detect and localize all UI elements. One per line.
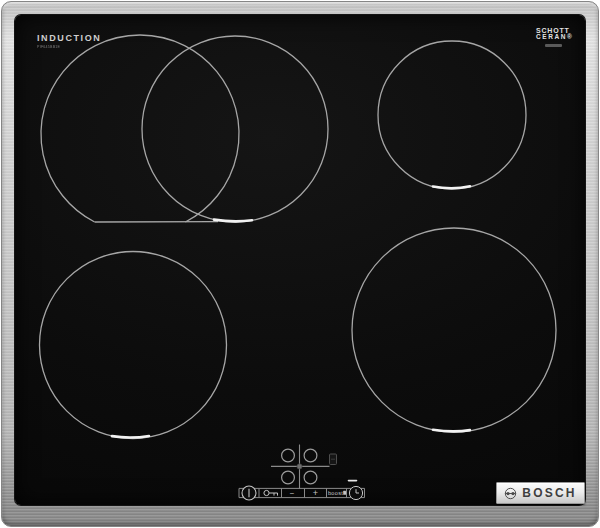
- timer-button[interactable]: [349, 486, 362, 499]
- induction-hob: − + boost INDUCTION PIF645BB1E SCHOTT CE…: [0, 0, 600, 528]
- zone-ring: [40, 252, 227, 439]
- model-number: PIF645BB1E: [37, 45, 76, 49]
- zone-ring: [378, 41, 526, 189]
- type-print: INDUCTION PIF645BB1E: [37, 33, 101, 51]
- boost-indicator: [343, 491, 346, 495]
- plus-label: +: [313, 488, 318, 498]
- selector-center-knob: [297, 464, 302, 469]
- burner-selector-diagram: [271, 445, 330, 489]
- power-button[interactable]: [242, 486, 256, 500]
- selector-zone-front-right: [304, 471, 317, 484]
- pan-position-marker: [433, 430, 470, 432]
- key-lock-icon: [264, 490, 269, 495]
- fine-print-bar: [545, 44, 562, 47]
- bosch-armature-icon: [504, 487, 517, 500]
- touch-control-strip: − + boost: [239, 486, 365, 500]
- zone-back-left-flex: [41, 35, 328, 222]
- boost-button[interactable]: boost: [328, 490, 346, 496]
- zone-front-left: [40, 252, 227, 439]
- selector-zone-front-left: [282, 471, 295, 484]
- power-level-display: [330, 454, 337, 465]
- bosch-wordmark: BOSCH: [522, 486, 576, 500]
- key-lock-icon: [269, 493, 277, 496]
- pan-position-marker: [112, 436, 149, 438]
- pan-position-marker: [433, 186, 470, 188]
- schott-ceran-logo: SCHOTT CERAN®: [536, 27, 574, 47]
- minus-button[interactable]: −: [290, 489, 295, 498]
- induction-label: INDUCTION: [37, 33, 101, 43]
- zone-ring: [41, 35, 239, 222]
- pan-position-marker: [214, 220, 252, 222]
- child-lock-button[interactable]: [264, 490, 278, 495]
- minus-label: −: [290, 489, 295, 498]
- selector-zone-back-right: [304, 449, 317, 462]
- zone-back-right: [378, 41, 526, 189]
- selector-zone-back-left: [282, 449, 295, 462]
- zone-ring: [352, 228, 556, 432]
- bosch-badge: BOSCH: [496, 482, 585, 504]
- plus-button[interactable]: +: [313, 488, 318, 498]
- ceran-line: CERAN®: [536, 34, 574, 41]
- zone-front-right: [352, 228, 556, 432]
- boost-label: boost: [328, 490, 343, 496]
- zone-ring: [142, 36, 328, 222]
- hob-graphics: − + boost: [0, 0, 600, 528]
